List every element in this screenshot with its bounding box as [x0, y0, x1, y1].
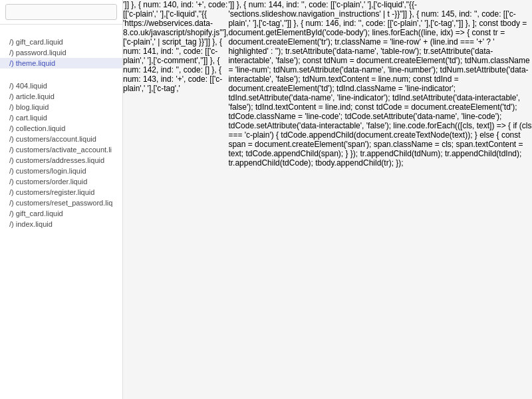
template-file-customers-account[interactable]: /) customers/account.liquid [0, 134, 122, 144]
template-file-gift-card[interactable]: /) gift_card.liquid [0, 208, 122, 219]
layout-file-gift-card[interactable]: /) gift_card.liquid [0, 37, 122, 47]
template-file-customers-addresses[interactable]: /) customers/addresses.liquid [0, 155, 122, 166]
layout-file-theme[interactable]: /) theme.liquid [0, 58, 122, 68]
layout-file-password[interactable]: /) password.liquid [0, 47, 122, 58]
template-file-cart[interactable]: /) cart.liquid [0, 112, 122, 123]
template-file-404[interactable]: /) 404.liquid [0, 80, 122, 91]
template-file-customers-order[interactable]: /) customers/order.liquid [0, 176, 122, 187]
template-file-customers-register[interactable]: /) customers/register.liquid [0, 187, 122, 198]
layout-section-label [0, 25, 122, 33]
search-container [0, 0, 122, 25]
sidebar: /) gift_card.liquid /) password.liquid /… [0, 0, 123, 399]
template-file-collection[interactable]: /) collection.liquid [0, 123, 122, 134]
templates-section-label [0, 68, 122, 76]
template-file-customers-reset[interactable]: /) customers/reset_password.liq [0, 198, 122, 208]
template-file-article[interactable]: /) article.liquid [0, 91, 122, 102]
template-file-blog[interactable]: /) blog.liquid [0, 102, 122, 112]
template-file-index[interactable]: /) index.liquid [0, 219, 122, 229]
template-file-customers-activate[interactable]: /) customers/activate_account.li [0, 144, 122, 155]
template-file-customers-login[interactable]: /) customers/login.liquid [0, 166, 122, 176]
search-input[interactable] [5, 4, 117, 20]
